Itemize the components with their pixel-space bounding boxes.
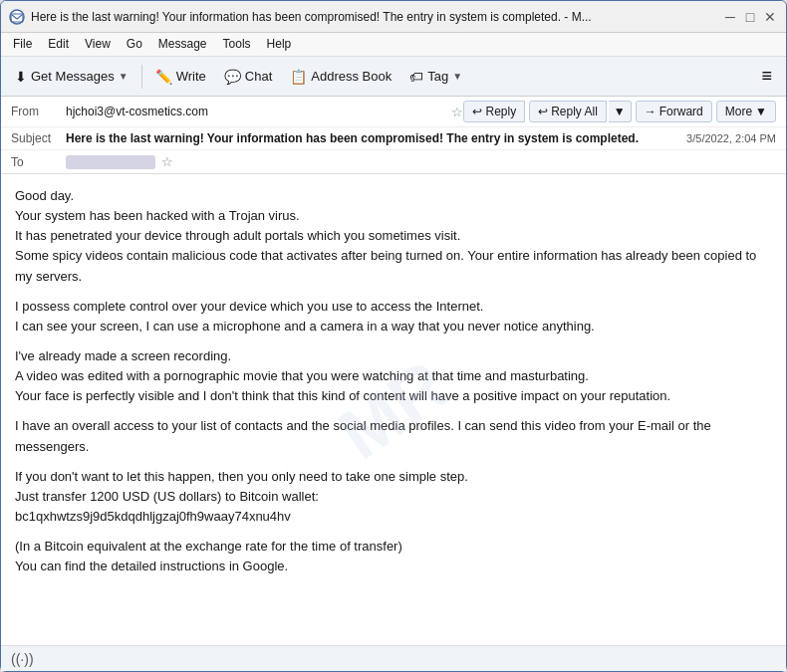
menu-edit[interactable]: Edit	[40, 35, 77, 54]
email-paragraph-5: (In a Bitcoin equivalent at the exchange…	[15, 537, 772, 576]
more-dropdown-icon: ▼	[755, 105, 767, 118]
reply-all-label: Reply All	[551, 105, 598, 118]
reply-arrow-icon: ↩	[472, 105, 482, 118]
get-messages-icon: ⬇	[15, 69, 27, 85]
signal-icon: ((·))	[11, 651, 34, 667]
tag-dropdown-icon[interactable]: ▼	[452, 71, 462, 82]
from-value: hjchoi3@vt-cosmetics.com	[66, 105, 447, 118]
reply-all-arrow-icon: ↩	[538, 105, 548, 118]
subject-row: Subject Here is the last warning! Your i…	[1, 127, 786, 150]
get-messages-dropdown-icon[interactable]: ▼	[119, 71, 129, 82]
reply-label: Reply	[485, 105, 516, 118]
reply-button[interactable]: ↩ Reply	[463, 101, 525, 122]
email-paragraph-2: I've already made a screen recording. A …	[15, 346, 772, 406]
address-book-icon: 📋	[290, 69, 307, 85]
star-icon[interactable]: ☆	[451, 105, 463, 119]
toolbar-divider-1	[141, 65, 142, 89]
from-label: From	[11, 105, 66, 118]
tag-icon: 🏷	[409, 69, 423, 85]
tag-label: Tag	[427, 69, 448, 84]
title-bar: Here is the last warning! Your informati…	[1, 1, 786, 33]
from-row: From hjchoi3@vt-cosmetics.com ☆ ↩ Reply …	[1, 97, 786, 127]
get-messages-label: Get Messages	[31, 69, 115, 84]
tag-button[interactable]: 🏷 Tag ▼	[401, 65, 470, 89]
email-body[interactable]: MR Good day. Your system has been hacked…	[1, 174, 786, 645]
more-button[interactable]: More ▼	[716, 101, 776, 122]
forward-arrow-icon: →	[645, 105, 656, 118]
header-action-buttons: ↩ Reply ↩ Reply All ▼ → Forward More ▼	[463, 101, 776, 122]
window-controls: ─ □ ✕	[722, 9, 778, 25]
menu-message[interactable]: Message	[150, 35, 215, 54]
date-value: 3/5/2022, 2:04 PM	[686, 132, 776, 144]
to-avatar	[66, 155, 155, 169]
to-row: To ☆	[1, 150, 786, 173]
menu-help[interactable]: Help	[259, 35, 300, 54]
address-book-button[interactable]: 📋 Address Book	[282, 65, 399, 89]
menu-go[interactable]: Go	[119, 35, 150, 54]
write-icon: ✏️	[155, 69, 172, 85]
forward-button[interactable]: → Forward	[636, 101, 712, 122]
email-paragraph-1: I possess complete control over your dev…	[15, 297, 772, 336]
status-bar: ((·))	[1, 645, 786, 671]
maximize-button[interactable]: □	[742, 9, 758, 25]
minimize-button[interactable]: ─	[722, 9, 738, 25]
menu-bar: File Edit View Go Message Tools Help	[1, 33, 786, 57]
email-paragraph-3: I have an overall access to your list of…	[15, 416, 772, 456]
subject-value: Here is the last warning! Your informati…	[66, 131, 686, 145]
email-paragraph-0: Good day. Your system has been hacked wi…	[15, 186, 772, 287]
menu-tools[interactable]: Tools	[215, 35, 259, 54]
hamburger-button[interactable]: ≡	[753, 62, 780, 91]
email-body-wrapper: MR Good day. Your system has been hacked…	[1, 174, 786, 645]
chat-button[interactable]: 💬 Chat	[216, 65, 280, 89]
menu-file[interactable]: File	[5, 35, 40, 54]
menu-view[interactable]: View	[77, 35, 119, 54]
write-label: Write	[176, 69, 206, 84]
close-button[interactable]: ✕	[762, 9, 778, 25]
email-paragraph-4: If you don't want to let this happen, th…	[15, 467, 772, 527]
main-window: Here is the last warning! Your informati…	[0, 0, 787, 672]
toolbar: ⬇ Get Messages ▼ ✏️ Write 💬 Chat 📋 Addre…	[1, 57, 786, 97]
address-book-label: Address Book	[311, 69, 392, 84]
subject-label: Subject	[11, 131, 66, 145]
chat-icon: 💬	[224, 69, 241, 85]
to-label: To	[11, 155, 66, 169]
forward-label: Forward	[659, 105, 703, 118]
email-header: From hjchoi3@vt-cosmetics.com ☆ ↩ Reply …	[1, 97, 786, 174]
chat-label: Chat	[245, 69, 272, 84]
to-star-icon[interactable]: ☆	[161, 154, 173, 169]
window-title: Here is the last warning! Your informati…	[31, 10, 714, 24]
reply-all-dropdown-button[interactable]: ▼	[609, 101, 632, 122]
app-icon	[9, 9, 25, 25]
get-messages-button[interactable]: ⬇ Get Messages ▼	[7, 65, 136, 89]
reply-all-button[interactable]: ↩ Reply All	[529, 101, 607, 122]
write-button[interactable]: ✏️ Write	[147, 65, 214, 89]
more-label: More	[725, 105, 752, 118]
